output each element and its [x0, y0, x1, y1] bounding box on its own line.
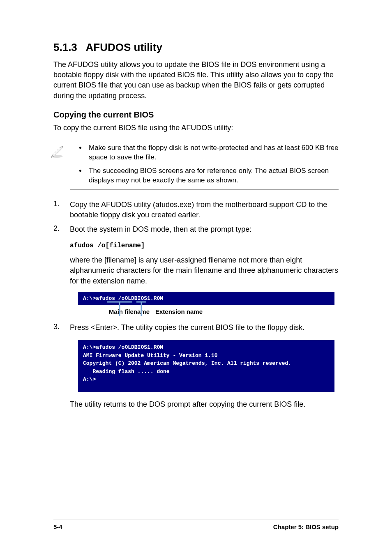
note-item: The succeeding BIOS screens are for refe… — [86, 166, 339, 185]
step-item: 1. Copy the AFUDOS utility (afudos.exe) … — [53, 200, 339, 220]
step-number: 1. — [53, 200, 70, 220]
section-number: 5.1.3 — [53, 41, 77, 53]
step-text: Copy the AFUDOS utility (afudos.exe) fro… — [70, 200, 339, 220]
where-paragraph: where the [filename] is any user-assigne… — [70, 255, 339, 286]
step-text: Press <Enter>. The utility copies the cu… — [70, 322, 339, 333]
step-number: 3. — [53, 322, 70, 333]
command-code: afudos /o[filename] — [70, 242, 339, 249]
step-item: 3. Press <Enter>. The utility copies the… — [53, 322, 339, 333]
section-heading: 5.1.3 AFUDOS utility — [53, 41, 339, 54]
page-footer: 5-4 Chapter 5: BIOS setup — [53, 520, 339, 530]
note-list: Make sure that the floppy disk is not wr… — [74, 143, 339, 185]
section-title: AFUDOS utility — [86, 41, 162, 53]
note-item: Make sure that the floppy disk is not wr… — [86, 143, 339, 162]
page-number: 5-4 — [53, 523, 62, 530]
steps-list: 1. Copy the AFUDOS utility (afudos.exe) … — [53, 200, 339, 235]
annotation-main-filename: Main filename — [78, 308, 155, 315]
terminal-text: A:\>afudos /oOLDBIOS1.ROM — [83, 295, 330, 302]
closing-paragraph: The utility returns to the DOS prompt af… — [70, 399, 339, 410]
annotation-extension-name: Extension name — [155, 308, 203, 315]
terminal-output-2: A:\>afudos /oOLDBIOS1.ROM AMI Firmware U… — [78, 340, 334, 392]
intro-paragraph: The AFUDOS utility allows you to update … — [53, 60, 339, 101]
step-number: 2. — [53, 224, 70, 235]
note-box: Make sure that the floppy disk is not wr… — [70, 139, 339, 190]
subsection-heading: Copying the current BIOS — [53, 110, 339, 120]
subsection-intro: To copy the current BIOS file using the … — [53, 123, 339, 133]
step-text: Boot the system in DOS mode, then at the… — [70, 224, 339, 235]
step-item: 2. Boot the system in DOS mode, then at … — [53, 224, 339, 235]
annotation-labels: Main filename Extension name — [78, 308, 339, 315]
terminal-output-1: A:\>afudos /oOLDBIOS1.ROM — [78, 292, 334, 305]
note-icon — [49, 143, 64, 160]
chapter-label: Chapter 5: BIOS setup — [273, 523, 339, 530]
terminal-text: A:\>afudos /oOLDBIOS1.ROM AMI Firmware U… — [83, 343, 330, 384]
steps-list-continued: 3. Press <Enter>. The utility copies the… — [53, 322, 339, 333]
